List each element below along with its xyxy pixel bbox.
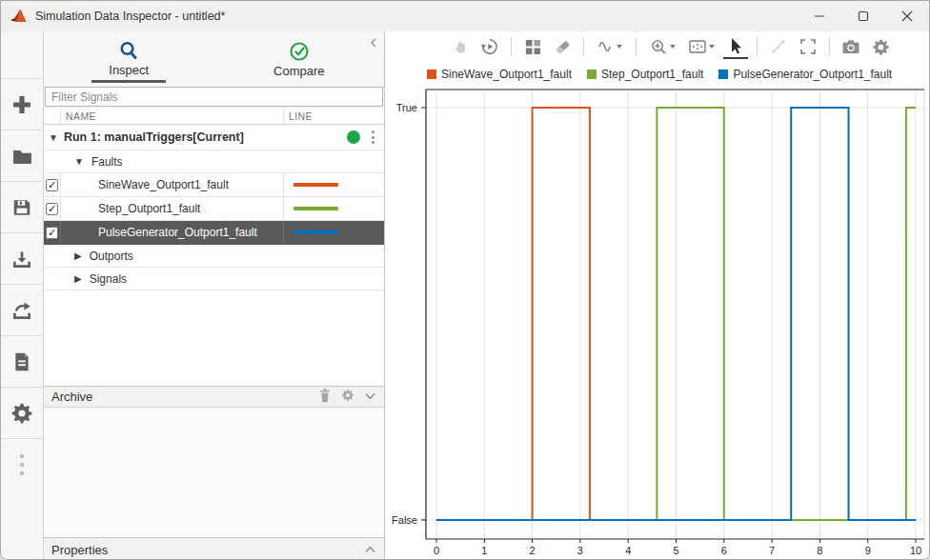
faults-expand-twisty[interactable]: ▼ bbox=[74, 156, 84, 167]
signal-wave-icon bbox=[597, 38, 615, 55]
snapshot-button[interactable] bbox=[839, 34, 863, 59]
fit-to-view-icon bbox=[688, 38, 707, 55]
window-title: Simulation Data Inspector - untitled* bbox=[35, 10, 798, 23]
maximize-plot-button[interactable] bbox=[766, 34, 791, 59]
save-button[interactable] bbox=[1, 182, 43, 233]
app-window: Simulation Data Inspector - untitled* bbox=[0, 0, 930, 560]
replay-button[interactable] bbox=[477, 34, 502, 59]
sidebar-spacer bbox=[1, 31, 43, 79]
import-button[interactable] bbox=[1, 233, 43, 285]
toolbar-separator bbox=[583, 37, 584, 56]
pointer-tool-button[interactable] bbox=[723, 34, 748, 59]
legend-item-pulsegenerator[interactable]: PulseGenerator_Outport1_fault bbox=[718, 68, 892, 81]
svg-text:2: 2 bbox=[530, 545, 536, 556]
toolbar-separator bbox=[757, 37, 758, 56]
archive-settings-button[interactable] bbox=[341, 389, 354, 405]
layout-button[interactable] bbox=[520, 34, 545, 59]
signals-group-row[interactable]: ▶ Signals bbox=[44, 268, 384, 290]
svg-text:6: 6 bbox=[721, 545, 727, 556]
tab-inspect[interactable]: Inspect bbox=[44, 31, 214, 87]
dropdown-caret-icon bbox=[709, 45, 715, 49]
signal-row-pulsegenerator[interactable]: ✓ PulseGenerator_Outport1_fault bbox=[44, 221, 384, 245]
close-button[interactable] bbox=[885, 1, 929, 31]
fullscreen-button[interactable] bbox=[796, 34, 820, 59]
step-check-cell: ✓ bbox=[44, 197, 61, 220]
window-controls bbox=[798, 1, 929, 31]
toolbar-separator bbox=[511, 37, 512, 56]
camera-icon bbox=[841, 38, 860, 55]
title-bar: Simulation Data Inspector - untitled* bbox=[1, 1, 929, 31]
minimize-button[interactable] bbox=[798, 1, 841, 31]
signal-row-step[interactable]: ✓ Step_Outport1_fault bbox=[44, 197, 384, 221]
plus-icon bbox=[11, 94, 32, 115]
svg-text:4: 4 bbox=[625, 545, 631, 556]
gear-icon bbox=[341, 389, 354, 402]
pulsegenerator-checkbox[interactable]: ✓ bbox=[46, 227, 58, 239]
add-button[interactable] bbox=[1, 79, 43, 130]
outports-expand-twisty[interactable]: ▶ bbox=[74, 250, 82, 261]
signals-expand-twisty[interactable]: ▶ bbox=[74, 273, 82, 284]
open-button[interactable] bbox=[1, 130, 43, 182]
fullscreen-brackets-icon bbox=[799, 38, 817, 55]
plot-area[interactable]: TrueFalse012345678910 bbox=[385, 87, 929, 560]
pulsegenerator-line-cell[interactable] bbox=[283, 221, 384, 244]
svg-text:1: 1 bbox=[481, 545, 487, 556]
table-header: NAME LINE bbox=[44, 108, 384, 125]
gear-icon bbox=[10, 402, 33, 425]
plot-legend: SineWave_Outport1_fault Step_Outport1_fa… bbox=[385, 62, 929, 87]
import-icon bbox=[10, 249, 33, 270]
archive-collapse-button[interactable] bbox=[364, 390, 376, 404]
archive-empty-space bbox=[44, 408, 384, 537]
svg-text:5: 5 bbox=[673, 545, 678, 556]
preferences-button[interactable] bbox=[1, 388, 43, 439]
maximize-button[interactable] bbox=[841, 1, 885, 31]
run-menu-button[interactable] bbox=[370, 129, 376, 146]
legend-label: SineWave_Outport1_fault bbox=[441, 68, 572, 81]
dropdown-caret-icon bbox=[670, 45, 676, 49]
pulsegenerator-signal-label: PulseGenerator_Outport1_fault bbox=[61, 226, 283, 239]
collapse-panel-button[interactable] bbox=[369, 35, 378, 52]
expand-arrows-icon bbox=[770, 38, 787, 55]
legend-item-sinewave[interactable]: SineWave_Outport1_fault bbox=[427, 68, 572, 81]
tab-compare[interactable]: Compare bbox=[214, 31, 385, 87]
matlab-logo-icon bbox=[10, 9, 28, 24]
report-button[interactable] bbox=[1, 336, 43, 388]
run-row[interactable]: ▼ Run 1: manualTriggers[Current] bbox=[44, 125, 384, 150]
legend-swatch bbox=[718, 70, 728, 79]
signal-panel: Inspect Compare N bbox=[44, 31, 385, 560]
step-line-cell[interactable] bbox=[283, 197, 384, 220]
filter-signals-input[interactable] bbox=[45, 87, 383, 107]
svg-text:10: 10 bbox=[910, 545, 921, 556]
clear-plots-button[interactable] bbox=[550, 34, 575, 59]
signal-chart[interactable]: TrueFalse012345678910 bbox=[385, 87, 930, 560]
legend-item-step[interactable]: Step_Outport1_fault bbox=[587, 68, 703, 81]
sinewave-checkbox[interactable]: ✓ bbox=[46, 179, 58, 191]
plot-settings-button[interactable] bbox=[868, 34, 893, 59]
archive-delete-button[interactable] bbox=[318, 388, 332, 406]
sinewave-line-cell[interactable] bbox=[283, 173, 384, 196]
fit-to-view-dropdown[interactable] bbox=[684, 34, 718, 59]
run-label: Run 1: manualTriggers[Current] bbox=[64, 130, 347, 144]
export-button[interactable] bbox=[1, 285, 43, 336]
folder-icon bbox=[11, 147, 33, 166]
more-options-button[interactable] bbox=[1, 439, 43, 490]
faults-group-row[interactable]: ▼ Faults bbox=[44, 150, 384, 173]
sinewave-check-cell: ✓ bbox=[44, 173, 61, 196]
filter-row bbox=[44, 87, 384, 108]
svg-text:False: False bbox=[392, 514, 417, 526]
properties-bar[interactable]: Properties bbox=[44, 537, 384, 560]
signal-row-sinewave[interactable]: ✓ SineWave_Outport1_fault bbox=[44, 173, 384, 197]
signal-display-dropdown[interactable] bbox=[593, 34, 627, 59]
archive-label: Archive bbox=[51, 390, 318, 404]
zoom-in-icon bbox=[650, 38, 668, 56]
run-expand-twisty[interactable]: ▼ bbox=[49, 132, 58, 143]
pan-tool-button[interactable] bbox=[448, 34, 473, 59]
legend-swatch bbox=[427, 70, 436, 79]
chevron-up-icon bbox=[364, 545, 376, 554]
step-checkbox[interactable]: ✓ bbox=[46, 203, 58, 215]
properties-expand-button[interactable] bbox=[364, 543, 376, 557]
zoom-in-dropdown[interactable] bbox=[645, 34, 679, 59]
chevron-down-icon bbox=[364, 391, 376, 401]
outports-group-row[interactable]: ▶ Outports bbox=[44, 245, 384, 268]
archive-bar[interactable]: Archive bbox=[44, 386, 384, 408]
